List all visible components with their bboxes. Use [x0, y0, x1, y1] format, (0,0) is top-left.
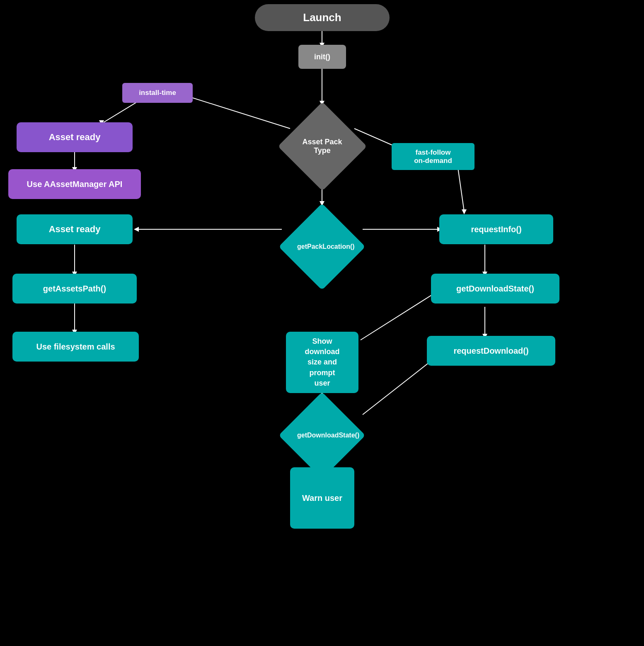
request-download-node: requestDownload()	[427, 336, 555, 366]
warn-user-node: Warn user	[290, 467, 354, 529]
svg-marker-13	[462, 209, 467, 214]
get-pack-location-diamond: getPackLocation()	[278, 203, 366, 290]
svg-line-24	[361, 290, 439, 340]
get-download-state-center-diamond: getDownloadState()	[278, 392, 366, 479]
use-aasset-manager-node: Use AAssetManager API	[8, 169, 141, 199]
asset-ready-teal-node: Asset ready	[17, 214, 133, 244]
init-node: init()	[298, 45, 346, 69]
asset-pack-type-diamond: Asset Pack Type	[278, 102, 367, 191]
svg-marker-15	[134, 227, 139, 232]
svg-line-4	[178, 93, 290, 129]
launch-node: Launch	[255, 4, 390, 31]
get-assets-path-node: getAssetsPath()	[12, 274, 137, 304]
show-download-node: Show download size and prompt user	[286, 332, 358, 393]
asset-ready-purple-1: Asset ready	[17, 122, 133, 152]
fast-follow-tag: fast-follow on-demand	[392, 143, 475, 170]
request-info-node: requestInfo()	[439, 214, 553, 244]
use-filesystem-node: Use filesystem calls	[12, 332, 139, 362]
get-download-state-right-node: getDownloadState()	[431, 274, 559, 304]
install-time-tag: install-time	[122, 83, 193, 103]
